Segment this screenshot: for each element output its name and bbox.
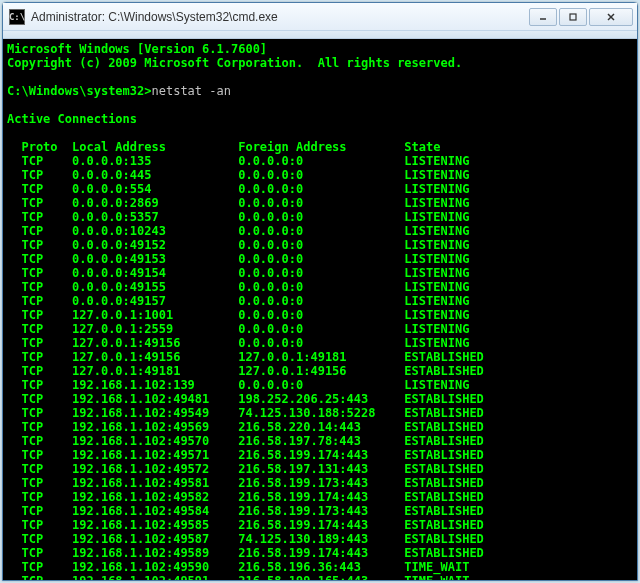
cmd-icon: C:\ (9, 9, 25, 25)
background-tab-strip (3, 31, 637, 39)
titlebar[interactable]: C:\ Administrator: C:\Windows\System32\c… (3, 3, 637, 31)
maximize-icon (568, 12, 578, 22)
window-controls (529, 8, 633, 26)
minimize-icon (538, 12, 548, 22)
minimize-button[interactable] (529, 8, 557, 26)
svg-rect-1 (570, 14, 576, 20)
maximize-button[interactable] (559, 8, 587, 26)
window-title: Administrator: C:\Windows\System32\cmd.e… (31, 10, 529, 24)
cmd-window: C:\ Administrator: C:\Windows\System32\c… (2, 2, 638, 581)
terminal-output[interactable]: Microsoft Windows [Version 6.1.7600] Cop… (3, 39, 637, 580)
close-button[interactable] (589, 8, 633, 26)
close-icon (606, 12, 616, 22)
tab-hint (3, 31, 23, 38)
